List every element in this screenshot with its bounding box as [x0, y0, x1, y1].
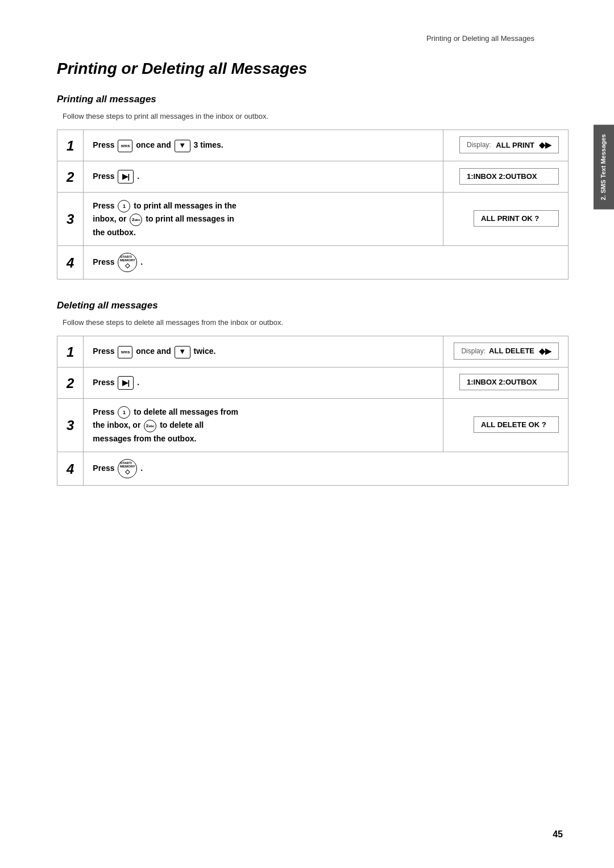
- once-and-d1: once and: [136, 347, 173, 356]
- arrow-button-p1[interactable]: ▼: [175, 140, 190, 152]
- display-inbox-d2: 1:INBOX 2:OUTBOX: [459, 374, 559, 390]
- display-value-d1: ALL DELETE: [489, 347, 534, 355]
- display-box-p1: Display: ALL PRINT ◆▶: [459, 136, 559, 153]
- page-container: 2. SMS Text Messages Printing or Deletin…: [0, 0, 614, 868]
- sms-button-p1[interactable]: sms: [118, 140, 132, 152]
- display-label-p1: Display:: [467, 141, 491, 149]
- print-step-2: 2 Press ▶| . 1:INBOX 2:OUTBOX: [57, 161, 569, 193]
- twice-d1: twice.: [194, 347, 216, 356]
- print-step-3: 3 Press 1 to print all messages in the i…: [57, 193, 569, 246]
- del-step-1-content: Press sms once and ▼ twice.: [84, 336, 443, 367]
- print-step-4-num: 4: [57, 245, 84, 279]
- del-step-1-display: Display: ALL DELETE ◆▶: [443, 336, 569, 367]
- press-label-d1: Press: [93, 347, 117, 356]
- print-step-3-content: Press 1 to print all messages in the inb…: [84, 193, 443, 246]
- press-label-p1: Press: [93, 140, 117, 149]
- side-tab: 2. SMS Text Messages: [594, 125, 614, 210]
- nav-button-d2[interactable]: ▶|: [118, 376, 134, 390]
- print-step-2-num: 2: [57, 161, 84, 193]
- print-step-4: 4 Press START/MEMORY ◇ .: [57, 245, 569, 279]
- display-ok-p3: ALL PRINT OK ?: [474, 210, 559, 227]
- press-d3: Press: [93, 407, 117, 416]
- del-step-2-num: 2: [57, 367, 84, 398]
- sms-button-d1[interactable]: sms: [118, 346, 132, 358]
- arrow-button-d1[interactable]: ▼: [175, 346, 190, 358]
- del-step-4-content: Press START/MEMORY ◇ .: [84, 452, 569, 485]
- btn-1-d3[interactable]: 1: [118, 406, 130, 419]
- btn-2-p3[interactable]: 2abc: [130, 214, 142, 226]
- print-step-1: 1 Press sms once and ▼ 3 times. Display:…: [57, 130, 569, 161]
- del-step-3-display: ALL DELETE OK ?: [443, 398, 569, 452]
- nav-button-p2[interactable]: ▶|: [118, 170, 134, 183]
- times-p1: 3 times.: [194, 140, 223, 149]
- start-button-d4[interactable]: START/MEMORY ◇: [118, 459, 137, 478]
- print-step-4-content: Press START/MEMORY ◇ .: [84, 245, 569, 279]
- period-d2: .: [137, 378, 139, 387]
- period-d4: .: [140, 464, 143, 473]
- deleting-steps-table: 1 Press sms once and ▼ twice. Display: A…: [57, 336, 569, 486]
- print-step-2-display: 1:INBOX 2:OUTBOX: [443, 161, 569, 193]
- printing-section-title: Printing all messages: [57, 94, 569, 105]
- press-label-p2: Press: [93, 172, 117, 181]
- period-p2: .: [137, 172, 139, 181]
- press-p4: Press: [93, 257, 117, 266]
- print-step-1-num: 1: [57, 130, 84, 161]
- display-value-p1: ALL PRINT: [495, 141, 534, 149]
- btn-1-p3[interactable]: 1: [118, 200, 130, 212]
- press-label-d2: Press: [93, 378, 117, 387]
- del-step-3-num: 3: [57, 398, 84, 452]
- del-step-1-num: 1: [57, 336, 84, 367]
- print-step-1-display: Display: ALL PRINT ◆▶: [443, 130, 569, 161]
- print-step-3-num: 3: [57, 193, 84, 246]
- print-step-1-content: Press sms once and ▼ 3 times.: [84, 130, 443, 161]
- press-p3: Press: [93, 201, 117, 210]
- del-step-3-content: Press 1 to delete all messages from the …: [84, 398, 443, 452]
- display-arrow-p1: ◆▶: [539, 140, 551, 149]
- side-tab-label: 2. SMS Text Messages: [600, 134, 607, 201]
- display-label-d1: Display:: [461, 347, 486, 355]
- start-button-p4[interactable]: START/MEMORY ◇: [118, 253, 137, 272]
- print-step-3-display: ALL PRINT OK ?: [443, 193, 569, 246]
- deleting-section-title: Deleting all messages: [57, 300, 569, 311]
- del-step-2: 2 Press ▶| . 1:INBOX 2:OUTBOX: [57, 367, 569, 398]
- period-p4: .: [140, 257, 143, 266]
- display-ok-d3: ALL DELETE OK ?: [474, 416, 559, 433]
- page-header: Printing or Deleting all Messages: [57, 34, 569, 43]
- press-d4: Press: [93, 464, 117, 473]
- print-step-2-content: Press ▶| .: [84, 161, 443, 193]
- printing-intro: Follow these steps to print all messages…: [57, 112, 569, 120]
- section-gap: [57, 283, 569, 300]
- display-arrow-d1: ◆▶: [539, 347, 551, 356]
- del-step-4-num: 4: [57, 452, 84, 485]
- del-step-3: 3 Press 1 to delete all messages from th…: [57, 398, 569, 452]
- display-box-d1: Display: ALL DELETE ◆▶: [454, 343, 559, 360]
- display-inbox-p2: 1:INBOX 2:OUTBOX: [459, 168, 559, 185]
- del-step-4: 4 Press START/MEMORY ◇ .: [57, 452, 569, 485]
- deleting-intro: Follow these steps to delete all message…: [57, 318, 569, 327]
- once-and-p1: once and: [136, 140, 173, 149]
- del-step-2-display: 1:INBOX 2:OUTBOX: [443, 367, 569, 398]
- del-step-2-content: Press ▶| .: [84, 367, 443, 398]
- page-number: 45: [553, 829, 563, 840]
- header-text: Printing or Deleting all Messages: [426, 34, 534, 43]
- main-title: Printing or Deleting all Messages: [57, 60, 569, 78]
- btn-2-d3[interactable]: 2abc: [144, 420, 156, 432]
- del-step-1: 1 Press sms once and ▼ twice. Display: A…: [57, 336, 569, 367]
- printing-steps-table: 1 Press sms once and ▼ 3 times. Display:…: [57, 130, 569, 279]
